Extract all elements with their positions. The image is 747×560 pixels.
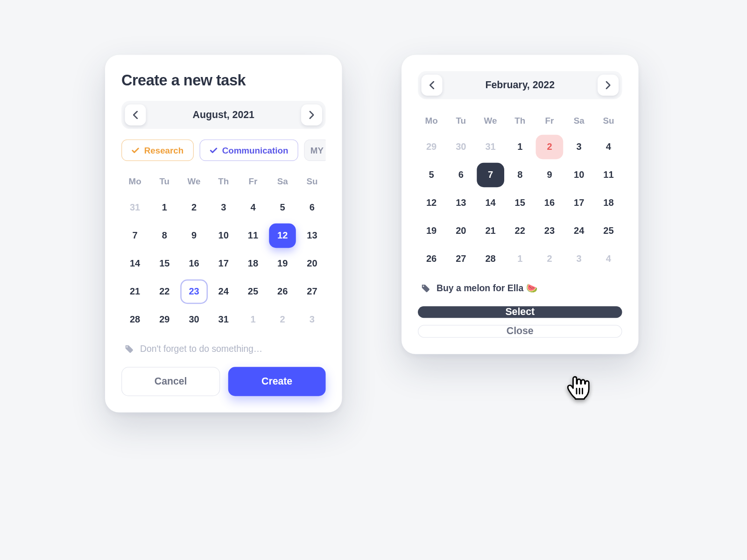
calendar-day[interactable]: 17 <box>210 252 237 276</box>
calendar-day[interactable]: 5 <box>269 196 296 220</box>
calendar-day[interactable]: 11 <box>595 163 622 188</box>
create-button[interactable]: Create <box>228 367 326 396</box>
calendar-week: 12131415161718 <box>418 191 622 216</box>
weekday-label: Tu <box>447 112 474 129</box>
calendar-week: 2627281234 <box>418 247 622 272</box>
prev-month-button[interactable] <box>125 105 146 126</box>
calendar-day[interactable]: 18 <box>240 252 267 276</box>
calendar-day[interactable]: 4 <box>595 135 622 160</box>
tag-communication[interactable]: Communication <box>199 140 298 161</box>
calendar-day[interactable]: 28 <box>121 308 148 332</box>
calendar-day[interactable]: 24 <box>210 280 237 304</box>
check-icon <box>209 146 218 154</box>
next-month-button[interactable] <box>301 105 322 126</box>
calendar-day[interactable]: 26 <box>269 280 296 304</box>
calendar-day[interactable]: 10 <box>210 224 237 248</box>
calendar-day[interactable]: 1 <box>507 247 534 272</box>
calendar-day[interactable]: 26 <box>418 247 445 272</box>
calendar-day[interactable]: 12 <box>418 191 445 216</box>
calendar-day[interactable]: 4 <box>240 196 267 220</box>
calendar-day[interactable]: 20 <box>298 252 325 276</box>
calendar-day[interactable]: 13 <box>447 191 474 216</box>
calendar-day[interactable]: 24 <box>565 219 592 244</box>
calendar-day[interactable]: 31 <box>477 135 504 160</box>
calendar-day[interactable]: 5 <box>418 163 445 188</box>
calendar-week: 31123456 <box>121 196 326 220</box>
calendar-day[interactable]: 3 <box>298 308 325 332</box>
calendar-day[interactable]: 22 <box>507 219 534 244</box>
calendar-day[interactable]: 29 <box>151 308 178 332</box>
calendar-grid: 2930311234567891011121314151617181920212… <box>418 135 622 272</box>
calendar-day[interactable]: 28 <box>477 247 504 272</box>
calendar-day[interactable]: 30 <box>180 308 207 332</box>
calendar-day[interactable]: 10 <box>565 163 592 188</box>
calendar-day[interactable]: 3 <box>210 196 237 220</box>
calendar-day[interactable]: 8 <box>507 163 534 188</box>
cancel-button[interactable]: Cancel <box>121 367 220 396</box>
calendar-day[interactable]: 23 <box>180 280 207 304</box>
calendar-day[interactable]: 19 <box>418 219 445 244</box>
calendar-day[interactable]: 19 <box>269 252 296 276</box>
calendar-day[interactable]: 11 <box>240 224 267 248</box>
note-input-row[interactable]: Don't forget to do something… <box>121 343 326 354</box>
weekday-label: We <box>477 112 504 129</box>
weekday-label: Sa <box>565 112 592 129</box>
calendar-day[interactable]: 18 <box>595 191 622 216</box>
calendar-day[interactable]: 14 <box>477 191 504 216</box>
calendar-week: 21222324252627 <box>121 280 326 304</box>
calendar-day[interactable]: 7 <box>121 224 148 248</box>
select-button[interactable]: Select <box>418 306 622 318</box>
calendar-day[interactable]: 14 <box>121 252 148 276</box>
calendar-day[interactable]: 2 <box>536 135 563 160</box>
calendar-day[interactable]: 15 <box>507 191 534 216</box>
calendar-day[interactable]: 30 <box>447 135 474 160</box>
calendar-day[interactable]: 12 <box>269 224 296 248</box>
calendar-day[interactable]: 29 <box>418 135 445 160</box>
calendar-day[interactable]: 31 <box>121 196 148 220</box>
calendar-grid: 3112345678910111213141516171819202122232… <box>121 196 326 332</box>
calendar-day[interactable]: 31 <box>210 308 237 332</box>
weekday-label: Th <box>507 112 534 129</box>
calendar-day[interactable]: 27 <box>447 247 474 272</box>
chevron-right-icon <box>606 81 611 90</box>
prev-month-button[interactable] <box>422 75 443 96</box>
calendar-day[interactable]: 17 <box>565 191 592 216</box>
calendar-day[interactable]: 21 <box>477 219 504 244</box>
note-placeholder: Don't forget to do something… <box>140 343 262 354</box>
tag-overflow[interactable]: MY <box>304 140 325 161</box>
calendar-day[interactable]: 25 <box>240 280 267 304</box>
calendar-day[interactable]: 16 <box>180 252 207 276</box>
calendar-day[interactable]: 22 <box>151 280 178 304</box>
calendar-day[interactable]: 21 <box>121 280 148 304</box>
calendar-day[interactable]: 3 <box>565 247 592 272</box>
next-month-button[interactable] <box>598 75 619 96</box>
calendar-day[interactable]: 7 <box>477 163 504 188</box>
close-button[interactable]: Close <box>418 325 622 338</box>
calendar-day[interactable]: 4 <box>595 247 622 272</box>
calendar-day[interactable]: 6 <box>447 163 474 188</box>
calendar-day[interactable]: 8 <box>151 224 178 248</box>
calendar-day[interactable]: 9 <box>180 224 207 248</box>
calendar-day[interactable]: 9 <box>536 163 563 188</box>
calendar-day[interactable]: 2 <box>269 308 296 332</box>
calendar-day[interactable]: 6 <box>298 196 325 220</box>
tag-research[interactable]: Research <box>121 140 193 161</box>
calendar-day[interactable]: 15 <box>151 252 178 276</box>
tag-icon <box>124 343 134 354</box>
calendar-day[interactable]: 25 <box>595 219 622 244</box>
calendar-day[interactable]: 2 <box>536 247 563 272</box>
calendar-day[interactable]: 20 <box>447 219 474 244</box>
calendar-day[interactable]: 13 <box>298 224 325 248</box>
calendar-day[interactable]: 2 <box>180 196 207 220</box>
calendar-day[interactable]: 3 <box>565 135 592 160</box>
month-label: February, 2022 <box>443 79 598 91</box>
calendar-day[interactable]: 1 <box>151 196 178 220</box>
calendar-day[interactable]: 27 <box>298 280 325 304</box>
calendar-day[interactable]: 23 <box>536 219 563 244</box>
calendar-week: 78910111213 <box>121 224 326 248</box>
weekday-label: Sa <box>269 173 296 189</box>
weekday-header: MoTuWeThFrSaSu <box>418 112 622 129</box>
calendar-day[interactable]: 16 <box>536 191 563 216</box>
calendar-day[interactable]: 1 <box>240 308 267 332</box>
calendar-day[interactable]: 1 <box>507 135 534 160</box>
